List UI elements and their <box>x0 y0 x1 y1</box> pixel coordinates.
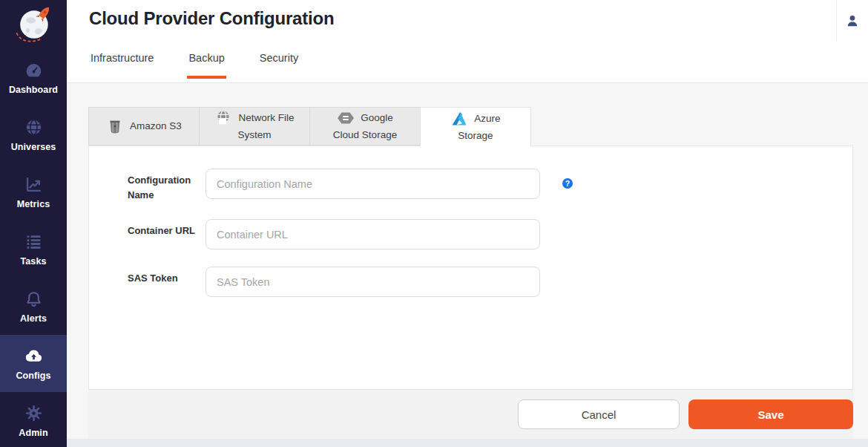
content-area: Amazon S3 Network File System <box>67 83 868 447</box>
provider-tab-azure-storage[interactable]: Azure Storage <box>420 107 531 147</box>
sas-token-label: SAS Token <box>128 267 200 286</box>
sidebar-item-label: Admin <box>19 428 47 438</box>
configuration-name-input[interactable] <box>206 169 540 199</box>
page-bottom-strip <box>67 439 868 447</box>
sidebar-item-label: Dashboard <box>9 85 58 95</box>
gauge-icon <box>24 60 44 80</box>
provider-tab-amazon-s3[interactable]: Amazon S3 <box>88 107 200 146</box>
help-icon[interactable]: ? <box>562 178 573 189</box>
sas-token-input[interactable] <box>206 267 540 297</box>
tab-security[interactable]: Security <box>258 52 300 79</box>
form-row-configuration-name: Configuration Name ? <box>128 169 852 202</box>
sidebar-item-label: Configs <box>16 371 50 381</box>
sidebar-item-dashboard[interactable]: Dashboard <box>0 49 67 106</box>
google-cloud-storage-icon <box>337 109 355 127</box>
container-url-input[interactable] <box>206 219 540 249</box>
form-row-sas-token: SAS Token <box>128 267 852 297</box>
globe-icon <box>24 117 44 137</box>
amazon-s3-icon <box>106 117 124 135</box>
azure-storage-form-panel: Configuration Name ? Container URL SAS T… <box>88 146 853 389</box>
provider-tab-network-file-system[interactable]: Network File System <box>199 107 310 146</box>
user-icon <box>844 13 861 29</box>
cancel-button[interactable]: Cancel <box>518 399 680 429</box>
configuration-name-label: Configuration Name <box>128 169 200 202</box>
storage-provider-tabs: Amazon S3 Network File System <box>88 107 531 146</box>
header: Cloud Provider Configuration Infrastruct… <box>67 0 868 83</box>
sidebar-item-admin[interactable]: Admin <box>0 392 67 447</box>
sidebar: Dashboard Universes Metrics <box>0 0 67 447</box>
sidebar-item-label: Alerts <box>20 313 47 324</box>
app-logo[interactable] <box>0 0 67 49</box>
bell-icon <box>24 289 44 309</box>
save-button[interactable]: Save <box>688 399 853 429</box>
provider-tab-label: Network File System <box>237 112 294 140</box>
provider-tab-google-cloud-storage[interactable]: Google Cloud Storage <box>309 107 421 146</box>
form-row-container-url: Container URL <box>128 219 852 249</box>
tab-infrastructure[interactable]: Infrastructure <box>89 52 155 79</box>
page-title: Cloud Provider Configuration <box>89 8 334 29</box>
container-url-label: Container URL <box>128 219 200 238</box>
sidebar-item-alerts[interactable]: Alerts <box>0 278 67 335</box>
sidebar-item-label: Metrics <box>17 199 50 209</box>
line-chart-icon <box>24 174 44 195</box>
sidebar-item-label: Universes <box>11 142 56 152</box>
sidebar-item-tasks[interactable]: Tasks <box>0 221 67 278</box>
azure-icon <box>450 110 468 128</box>
cloud-upload-icon <box>24 346 44 366</box>
azure-storage-form: Configuration Name ? Container URL SAS T… <box>89 146 852 297</box>
gear-icon <box>24 403 44 423</box>
tab-backup[interactable]: Backup <box>187 52 226 79</box>
sidebar-item-universes[interactable]: Universes <box>0 106 67 163</box>
top-tabs: Infrastructure Backup Security <box>89 52 300 79</box>
provider-tab-label: Amazon S3 <box>130 120 182 131</box>
task-list-icon <box>24 232 44 252</box>
form-action-bar: Cancel Save <box>88 389 853 439</box>
sidebar-item-configs[interactable]: Configs <box>0 335 67 392</box>
sidebar-item-metrics[interactable]: Metrics <box>0 163 67 221</box>
user-menu-button[interactable] <box>836 0 868 42</box>
planet-rocket-logo-icon <box>11 4 56 46</box>
network-file-system-icon <box>214 109 232 127</box>
sidebar-item-label: Tasks <box>20 256 46 267</box>
